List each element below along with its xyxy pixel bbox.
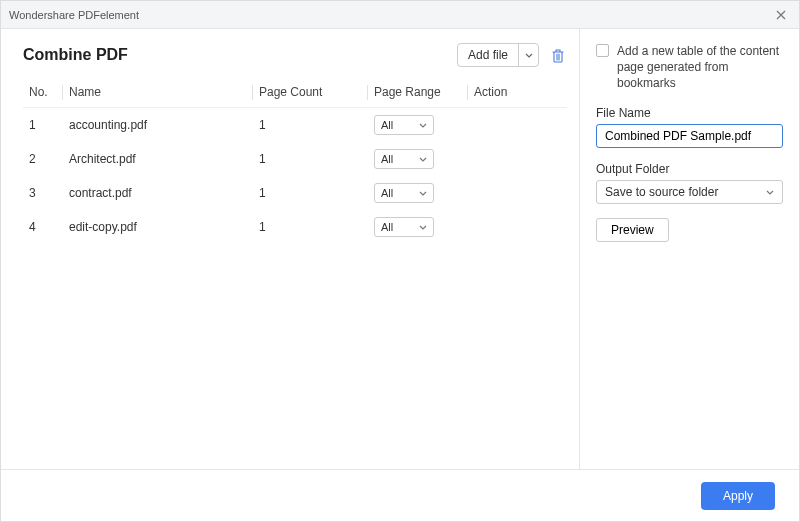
file-name-input[interactable] bbox=[596, 124, 783, 148]
file-name-field: File Name bbox=[596, 106, 783, 148]
col-name: Name bbox=[63, 77, 253, 108]
close-button[interactable] bbox=[771, 5, 791, 25]
bookmark-checkbox-row: Add a new table of the content page gene… bbox=[596, 43, 783, 92]
bookmark-checkbox-label: Add a new table of the content page gene… bbox=[617, 43, 783, 92]
page-title: Combine PDF bbox=[23, 46, 457, 64]
preview-button[interactable]: Preview bbox=[596, 218, 669, 242]
cell-no: 4 bbox=[23, 210, 63, 244]
main-panel: Combine PDF Add file No. bbox=[1, 29, 579, 469]
chevron-down-icon bbox=[419, 154, 427, 164]
trash-icon bbox=[551, 48, 565, 63]
cell-name: Architect.pdf bbox=[63, 142, 253, 176]
footer: Apply bbox=[1, 469, 799, 521]
title-bar: Wondershare PDFelement bbox=[1, 1, 799, 29]
cell-action bbox=[468, 142, 567, 176]
cell-page-count: 1 bbox=[253, 108, 368, 143]
chevron-down-icon bbox=[766, 187, 774, 197]
cell-page-count: 1 bbox=[253, 176, 368, 210]
table-row[interactable]: 1accounting.pdf1All bbox=[23, 108, 567, 143]
page-range-select[interactable]: All bbox=[374, 183, 434, 203]
page-range-select[interactable]: All bbox=[374, 217, 434, 237]
output-folder-value: Save to source folder bbox=[605, 185, 718, 199]
add-file-group: Add file bbox=[457, 43, 567, 67]
output-folder-field: Output Folder Save to source folder bbox=[596, 162, 783, 204]
cell-name: accounting.pdf bbox=[63, 108, 253, 143]
page-range-value: All bbox=[381, 119, 393, 131]
chevron-down-icon bbox=[419, 120, 427, 130]
cell-action bbox=[468, 108, 567, 143]
cell-no: 1 bbox=[23, 108, 63, 143]
chevron-down-icon bbox=[525, 53, 533, 58]
col-page-range: Page Range bbox=[368, 77, 468, 108]
cell-name: contract.pdf bbox=[63, 176, 253, 210]
chevron-down-icon bbox=[419, 188, 427, 198]
cell-page-count: 1 bbox=[253, 210, 368, 244]
output-folder-label: Output Folder bbox=[596, 162, 783, 176]
col-no: No. bbox=[23, 77, 63, 108]
add-file-dropdown[interactable] bbox=[518, 44, 538, 66]
cell-action bbox=[468, 176, 567, 210]
page-range-value: All bbox=[381, 221, 393, 233]
output-folder-select[interactable]: Save to source folder bbox=[596, 180, 783, 204]
sidebar-panel: Add a new table of the content page gene… bbox=[579, 29, 799, 469]
table-row[interactable]: 3contract.pdf1All bbox=[23, 176, 567, 210]
window-title: Wondershare PDFelement bbox=[9, 9, 771, 21]
chevron-down-icon bbox=[419, 222, 427, 232]
file-name-label: File Name bbox=[596, 106, 783, 120]
cell-page-range: All bbox=[368, 210, 468, 244]
cell-name: edit-copy.pdf bbox=[63, 210, 253, 244]
apply-button[interactable]: Apply bbox=[701, 482, 775, 510]
page-range-value: All bbox=[381, 153, 393, 165]
page-range-select[interactable]: All bbox=[374, 149, 434, 169]
add-file-button[interactable]: Add file bbox=[458, 44, 518, 66]
page-range-select[interactable]: All bbox=[374, 115, 434, 135]
col-action: Action bbox=[468, 77, 567, 108]
cell-page-range: All bbox=[368, 108, 468, 143]
table-row[interactable]: 4edit-copy.pdf1All bbox=[23, 210, 567, 244]
main-header: Combine PDF Add file bbox=[23, 43, 567, 67]
cell-no: 3 bbox=[23, 176, 63, 210]
delete-button[interactable] bbox=[549, 46, 567, 64]
cell-action bbox=[468, 210, 567, 244]
dialog-body: Combine PDF Add file No. bbox=[1, 29, 799, 469]
add-file-split-button: Add file bbox=[457, 43, 539, 67]
file-table: No. Name Page Count Page Range Action 1a… bbox=[23, 77, 567, 244]
table-header-row: No. Name Page Count Page Range Action bbox=[23, 77, 567, 108]
page-range-value: All bbox=[381, 187, 393, 199]
col-page-count: Page Count bbox=[253, 77, 368, 108]
app-window: Wondershare PDFelement Combine PDF Add f… bbox=[0, 0, 800, 522]
cell-no: 2 bbox=[23, 142, 63, 176]
close-icon bbox=[776, 10, 786, 20]
bookmark-checkbox[interactable] bbox=[596, 44, 609, 57]
cell-page-range: All bbox=[368, 142, 468, 176]
table-row[interactable]: 2Architect.pdf1All bbox=[23, 142, 567, 176]
cell-page-range: All bbox=[368, 176, 468, 210]
cell-page-count: 1 bbox=[253, 142, 368, 176]
